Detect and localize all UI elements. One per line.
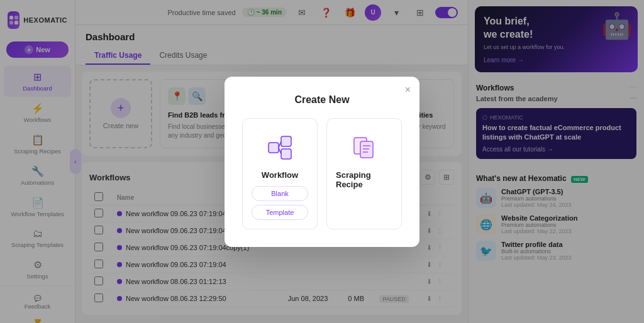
svg-rect-6 [281,149,291,159]
modal-option-workflow[interactable]: Workflow Blank Template [242,118,318,229]
svg-rect-10 [360,141,373,158]
modal-option-scraping-recipe[interactable]: Scraping Recipe [326,118,402,229]
svg-rect-4 [269,143,279,153]
modal-title: Create New [242,94,402,106]
create-new-modal: Create New × Workflow Blank Templa [225,77,419,247]
scraping-recipe-icon [348,131,380,164]
workflow-suboptions: Blank Template [252,186,308,220]
workflow-template-button[interactable]: Template [252,205,308,220]
modal-overlay[interactable]: Create New × Workflow Blank Templa [0,0,644,323]
workflow-option-icon [264,131,296,164]
modal-options: Workflow Blank Template Scr [242,118,402,229]
svg-rect-5 [281,136,291,146]
workflow-option-label: Workflow [262,170,298,180]
scraping-recipe-label: Scraping Recipe [336,170,392,189]
modal-close-button[interactable]: × [405,84,411,96]
workflow-blank-button[interactable]: Blank [252,186,308,201]
